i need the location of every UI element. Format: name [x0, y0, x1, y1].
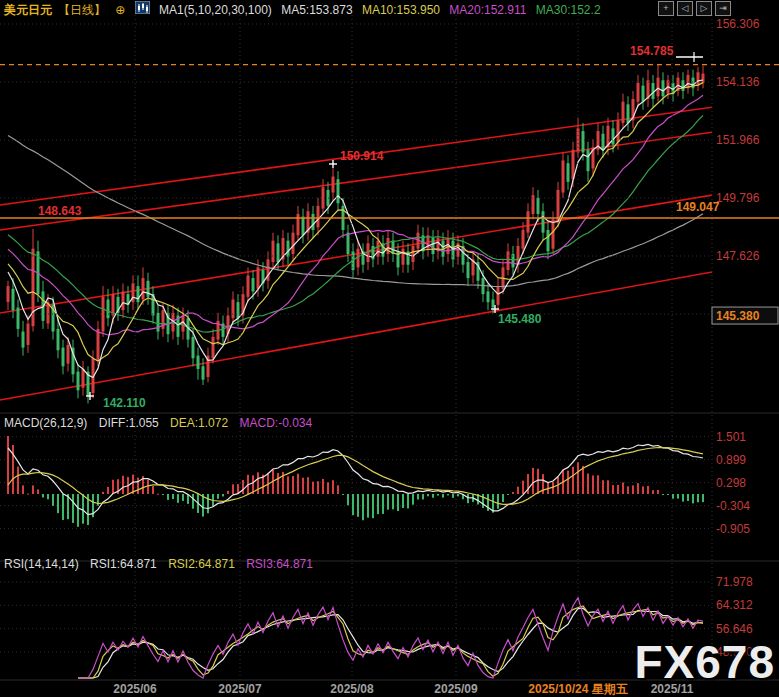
svg-text:145.380: 145.380: [716, 309, 760, 323]
macd-value: MACD:-0.034: [239, 416, 312, 430]
svg-text:1.501: 1.501: [716, 430, 746, 444]
rsi2-value: RSI2:64.871: [168, 557, 235, 571]
svg-text:156.306: 156.306: [716, 17, 760, 31]
svg-text:64.312: 64.312: [716, 598, 753, 612]
macd-title: MACD(26,12,9): [4, 416, 87, 430]
chart-header: 美元日元【日线】 ⊕ MA1(5,10,20,30,100) MA5:153.8…: [4, 1, 607, 19]
svg-text:147.626: 147.626: [716, 249, 760, 263]
chart-toolbar: + ◁ ▷ ⇥: [658, 1, 731, 16]
svg-text:0.899: 0.899: [716, 453, 746, 467]
date-label: 2025/06: [113, 682, 157, 696]
svg-text:149.047: 149.047: [676, 200, 720, 214]
mini-chart-icon: [135, 1, 150, 14]
candlestick-chart[interactable]: 156.306154.136151.966149.796147.626145.4…: [0, 0, 779, 697]
svg-text:56.646: 56.646: [716, 622, 753, 636]
rsi-header: RSI(14,14,14) RSI1:64.871 RSI2:64.871 RS…: [4, 557, 321, 571]
shift-left-icon[interactable]: ◁: [677, 1, 693, 16]
rsi-title: RSI(14,14,14): [4, 557, 79, 571]
svg-text:142.110: 142.110: [103, 396, 146, 410]
date-label: 2025/10/24 星期五: [528, 682, 628, 696]
ma20-value: MA20:152.911: [449, 3, 526, 17]
svg-text:151.966: 151.966: [716, 133, 760, 147]
diff-value: DIFF:1.055: [99, 416, 159, 430]
svg-text:150.914: 150.914: [340, 149, 384, 163]
symbol-name: 美元日元: [4, 3, 52, 17]
rsi3-value: RSI3:64.871: [246, 557, 313, 571]
svg-text:-0.905: -0.905: [716, 522, 750, 536]
shift-right-icon[interactable]: ▷: [696, 1, 712, 16]
svg-text:149.796: 149.796: [716, 191, 760, 205]
chart-window: 156.306154.136151.966149.796147.626145.4…: [0, 0, 779, 697]
ma5-value: MA5:153.873: [281, 3, 352, 17]
svg-text:154.136: 154.136: [716, 75, 760, 89]
jump-to-latest-icon[interactable]: ⇥: [715, 1, 731, 16]
svg-text:-0.304: -0.304: [716, 499, 750, 513]
macd-header: MACD(26,12,9) DIFF:1.055 DEA:1.072 MACD:…: [4, 416, 320, 430]
rsi1-value: RSI1:64.871: [90, 557, 157, 571]
ma30-value: MA30:152.2: [536, 3, 601, 17]
date-label: 2025/07: [218, 682, 262, 696]
fx678-watermark: FX678: [634, 635, 775, 689]
svg-text:154.785: 154.785: [630, 44, 674, 58]
svg-text:145.480: 145.480: [498, 312, 542, 326]
svg-text:71.978: 71.978: [716, 575, 753, 589]
date-label: 2025/08: [330, 682, 374, 696]
ma-settings-label: MA1(5,10,20,30,100): [159, 3, 272, 17]
timeframe-label[interactable]: 【日线】: [58, 3, 106, 17]
svg-text:148.643: 148.643: [38, 204, 82, 218]
pan-icon[interactable]: +: [658, 1, 674, 16]
svg-text:0.298: 0.298: [716, 476, 746, 490]
expand-icon[interactable]: ⊕: [115, 3, 125, 17]
date-label: 2025/09: [434, 682, 478, 696]
dea-value: DEA:1.072: [170, 416, 228, 430]
ma10-value: MA10:153.950: [362, 3, 440, 17]
